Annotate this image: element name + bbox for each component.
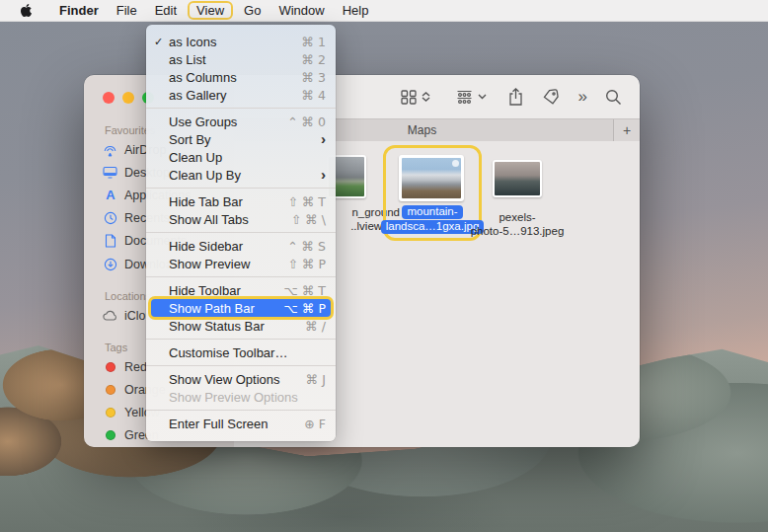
menu-bar: Finder File Edit View Go Window Help — [0, 0, 768, 22]
menu-separator — [146, 365, 336, 366]
menubar-item-edit[interactable]: Edit — [146, 2, 186, 19]
desktop-icon — [102, 165, 118, 181]
tag-dot-yellow-icon — [102, 405, 118, 420]
submenu-arrow-icon: › — [321, 170, 326, 180]
menu-separator — [146, 339, 336, 340]
menu-item-show-status-bar[interactable]: Show Status Bar ⌘ / — [146, 317, 336, 335]
menubar-item-view[interactable]: View — [188, 1, 233, 20]
tab-maps[interactable]: Maps — [408, 123, 436, 137]
search-icon — [605, 89, 622, 106]
menu-separator — [146, 232, 336, 233]
search-button[interactable] — [605, 89, 622, 106]
file-image — [495, 162, 540, 195]
menu-item-show-preview[interactable]: Show Preview ⇧ ⌘ P — [146, 255, 336, 272]
close-button[interactable] — [103, 92, 115, 104]
menu-item-enter-full-screen[interactable]: Enter Full Screen ⊕ F — [146, 415, 336, 432]
file-thumbnail-selected[interactable] — [399, 155, 464, 201]
view-style-button[interactable] — [401, 90, 430, 105]
menu-item-show-view-options[interactable]: Show View Options ⌘ J — [146, 370, 336, 388]
menu-separator — [146, 188, 336, 189]
menu-item-hide-toolbar[interactable]: Hide Toolbar ⌥ ⌘ T — [146, 281, 336, 299]
sidebar-item-label: Red — [124, 360, 147, 374]
clock-icon — [102, 210, 118, 226]
menu-item-as-gallery[interactable]: as Gallery ⌘ 4 — [146, 86, 336, 104]
airdrop-icon — [102, 142, 118, 158]
icloud-status-icon — [452, 160, 459, 167]
more-toolbar-items-button[interactable]: » — [578, 87, 586, 107]
document-icon — [102, 233, 118, 249]
menu-separator — [146, 108, 336, 109]
file-thumbnail[interactable] — [493, 160, 542, 197]
menu-item-hide-sidebar[interactable]: Hide Sidebar ⌃ ⌘ S — [146, 237, 336, 255]
view-menu-dropdown: ✓ as Icons ⌘ 1 as List ⌘ 2 as Columns ⌘ … — [146, 25, 336, 441]
menu-separator — [146, 276, 336, 277]
minimize-button[interactable] — [122, 92, 134, 104]
group-by-button[interactable] — [456, 90, 487, 105]
checkmark-icon: ✓ — [154, 36, 169, 48]
desktop: Favourites AirDrop Desktop A — [0, 0, 768, 532]
menu-item-use-groups[interactable]: Use Groups ⌃ ⌘ 0 — [146, 113, 336, 130]
menu-item-customise-toolbar[interactable]: Customise Toolbar… — [146, 343, 336, 361]
submenu-arrow-icon: › — [321, 134, 326, 144]
applications-icon: A — [102, 188, 118, 203]
tag-dot-orange-icon — [102, 382, 118, 398]
cloud-icon — [102, 308, 118, 324]
tag-dot-red-icon — [102, 359, 118, 375]
menu-separator — [146, 410, 336, 411]
menu-item-sort-by[interactable]: Sort By › — [146, 130, 336, 148]
download-icon — [102, 257, 118, 272]
chevron-up-down-icon — [422, 92, 430, 102]
tags-button[interactable] — [543, 89, 560, 105]
menu-item-as-list[interactable]: as List ⌘ 2 — [146, 50, 336, 68]
menubar-item-file[interactable]: File — [108, 2, 146, 19]
menu-item-show-path-bar[interactable]: Show Path Bar ⌥ ⌘ P — [151, 299, 331, 317]
apple-logo-icon — [20, 3, 33, 18]
chevron-down-icon — [478, 94, 487, 100]
tag-dot-green-icon — [102, 427, 118, 443]
icon-grid-view — [401, 90, 418, 105]
menu-item-show-all-tabs[interactable]: Show All Tabs ⇧ ⌘ \ — [146, 210, 336, 228]
menu-item-show-preview-options: Show Preview Options — [146, 388, 336, 406]
file-image — [402, 158, 461, 198]
icon-group-by — [456, 90, 473, 105]
share-icon — [508, 88, 523, 106]
menu-item-clean-up[interactable]: Clean Up — [146, 148, 336, 166]
tag-icon — [543, 89, 560, 105]
svg-text:A: A — [106, 189, 115, 201]
menu-item-hide-tab-bar[interactable]: Hide Tab Bar ⇧ ⌘ T — [146, 192, 336, 210]
new-tab-button[interactable]: + — [613, 119, 640, 141]
menu-item-as-columns[interactable]: as Columns ⌘ 3 — [146, 68, 336, 86]
menubar-item-window[interactable]: Window — [269, 2, 333, 19]
share-button[interactable] — [508, 88, 523, 106]
menu-item-as-icons[interactable]: ✓ as Icons ⌘ 1 — [146, 33, 336, 50]
menubar-item-finder[interactable]: Finder — [50, 2, 108, 19]
menubar-item-help[interactable]: Help — [334, 2, 378, 19]
chevrons-right-icon: » — [578, 87, 586, 107]
menu-item-clean-up-by[interactable]: Clean Up By › — [146, 166, 336, 184]
file-name[interactable]: pexels- photo-5…913.jpeg — [463, 210, 572, 238]
apple-menu[interactable] — [20, 3, 33, 18]
menubar-item-go[interactable]: Go — [235, 2, 269, 19]
